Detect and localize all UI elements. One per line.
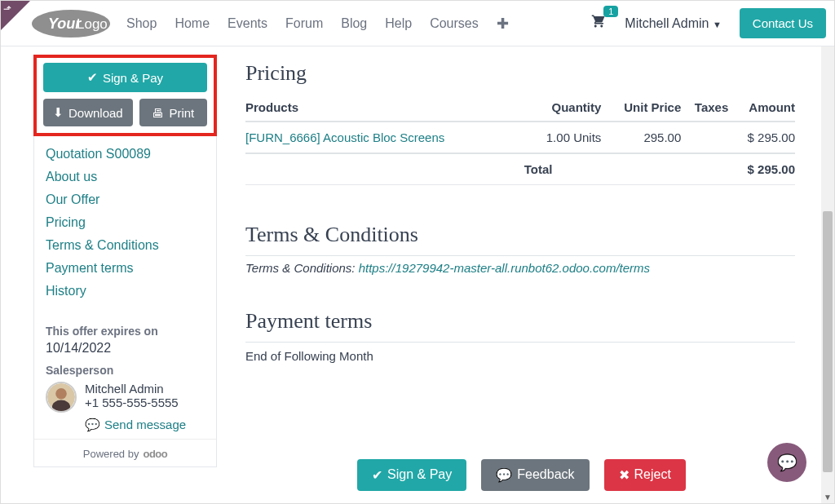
nav-courses[interactable]: Courses — [430, 16, 479, 31]
chat-fab[interactable]: 💬 — [767, 443, 806, 482]
sidebar-link-about[interactable]: About us — [46, 170, 205, 184]
col-quantity: Quantity — [524, 94, 602, 122]
cart-badge: 1 — [603, 6, 618, 17]
contact-us-button[interactable]: Contact Us — [740, 8, 826, 38]
sidebar-link-payment[interactable]: Payment terms — [46, 261, 205, 276]
vertical-scrollbar[interactable]: ▲ ▼ — [821, 1, 834, 503]
powered-by: Powered by odoo — [34, 439, 216, 466]
close-icon: ✖ — [619, 467, 630, 483]
sign-and-pay-button[interactable]: ✔ Sign & Pay — [43, 63, 207, 92]
sign-pay-label: Sign & Pay — [103, 71, 163, 85]
sidebar-link-quotation[interactable]: Quotation S00089 — [46, 147, 205, 161]
table-row: [FURN_6666] Acoustic Bloc Screens 1.00 U… — [245, 122, 795, 153]
send-message-label: Send message — [104, 418, 186, 432]
total-amount: $ 295.00 — [728, 153, 795, 185]
nav-home[interactable]: Home — [175, 16, 210, 31]
svg-text:Logo: Logo — [77, 16, 108, 32]
terms-prefix: Terms & Conditions: — [245, 261, 359, 275]
download-label: Download — [68, 106, 123, 120]
sidebar-link-pricing[interactable]: Pricing — [46, 215, 205, 230]
col-products: Products — [245, 94, 524, 122]
sidebar-nav: Quotation S00089 About us Our Offer Pric… — [34, 135, 216, 310]
chevron-down-icon: ▼ — [713, 20, 722, 29]
print-label: Print — [169, 106, 194, 120]
sidebar-card: ✔ Sign & Pay ⬇ Download 🖶 Print — [33, 55, 217, 467]
svg-point-4 — [55, 388, 67, 400]
comment-icon: 💬 — [85, 418, 100, 432]
expires-value: 10/14/2022 — [46, 341, 205, 356]
col-unit-price: Unit Price — [601, 94, 681, 122]
cell-amount: $ 295.00 — [728, 122, 795, 153]
nav-forum[interactable]: Forum — [285, 16, 323, 31]
comment-icon: 💬 — [496, 467, 512, 483]
print-button[interactable]: 🖶 Print — [139, 99, 207, 126]
col-taxes: Taxes — [681, 94, 728, 122]
user-menu[interactable]: Mitchell Admin ▼ — [625, 16, 722, 31]
cell-qty: 1.00 Units — [524, 122, 602, 153]
footer-feedback-label: Feedback — [517, 467, 574, 482]
top-navbar: Your Logo Shop Home Events Forum Blog He… — [1, 1, 834, 46]
print-icon: 🖶 — [152, 106, 164, 120]
product-link[interactable]: [FURN_6666] Acoustic Bloc Screens — [245, 130, 444, 144]
nav-help[interactable]: Help — [385, 16, 412, 31]
payment-terms-value: End of Following Month — [245, 349, 795, 363]
edit-corner-icon: ⬏ — [3, 3, 11, 15]
pricing-table: Products Quantity Unit Price Taxes Amoun… — [245, 94, 795, 185]
send-message-link[interactable]: 💬 Send message — [85, 418, 186, 432]
download-icon: ⬇ — [53, 105, 64, 120]
terms-heading: Terms & Conditions — [245, 223, 795, 247]
nav-events[interactable]: Events — [228, 16, 267, 31]
pricing-heading: Pricing — [245, 61, 795, 86]
total-row: Total $ 295.00 — [245, 153, 795, 185]
nav-shop[interactable]: Shop — [126, 16, 157, 31]
payment-terms-heading: Payment terms — [245, 309, 795, 334]
odoo-logo[interactable]: odoo — [143, 448, 167, 460]
chat-icon: 💬 — [777, 453, 797, 472]
cell-unit-price: 295.00 — [601, 122, 681, 153]
terms-url[interactable]: https://19279942-master-all.runbot62.odo… — [359, 261, 650, 275]
sidebar-link-history[interactable]: History — [46, 284, 205, 298]
sidebar-link-offer[interactable]: Our Offer — [46, 192, 205, 207]
main-content: Pricing Products Quantity Unit Price Tax… — [218, 46, 834, 503]
scroll-down-icon[interactable]: ▼ — [821, 490, 834, 503]
powered-by-text: Powered by — [83, 448, 139, 460]
main-nav: Shop Home Events Forum Blog Help Courses… — [126, 15, 509, 33]
sidebar-link-terms[interactable]: Terms & Conditions — [46, 238, 205, 253]
footer-sign-pay-button[interactable]: ✔ Sign & Pay — [357, 459, 466, 491]
scroll-thumb[interactable] — [823, 211, 833, 472]
total-label: Total — [524, 153, 602, 185]
salesperson-name: Mitchell Admin — [85, 382, 179, 396]
footer-reject-button[interactable]: ✖ Reject — [604, 459, 686, 491]
check-icon: ✔ — [372, 467, 382, 483]
salesperson-avatar — [46, 382, 77, 413]
user-name: Mitchell Admin — [625, 16, 709, 30]
nav-blog[interactable]: Blog — [341, 16, 367, 31]
check-icon: ✔ — [87, 70, 98, 85]
footer-reject-label: Reject — [634, 467, 671, 482]
cell-taxes — [681, 122, 728, 153]
download-button[interactable]: ⬇ Download — [43, 99, 133, 126]
salesperson-label: Salesperson — [46, 364, 205, 377]
col-amount: Amount — [728, 94, 795, 122]
footer-sign-pay-label: Sign & Pay — [387, 467, 452, 482]
salesperson-phone: +1 555-555-5555 — [85, 396, 179, 409]
footer-action-bar: ✔ Sign & Pay 💬 Feedback ✖ Reject — [245, 446, 797, 503]
nav-add-icon[interactable]: ✚ — [497, 15, 509, 33]
terms-line: Terms & Conditions: https://19279942-mas… — [245, 261, 795, 275]
logo[interactable]: Your Logo — [30, 7, 112, 40]
highlighted-actions: ✔ Sign & Pay ⬇ Download 🖶 Print — [33, 55, 217, 136]
footer-feedback-button[interactable]: 💬 Feedback — [481, 459, 589, 491]
cart-button[interactable]: 1 — [590, 14, 607, 33]
expires-label: This offer expires on — [46, 325, 205, 338]
